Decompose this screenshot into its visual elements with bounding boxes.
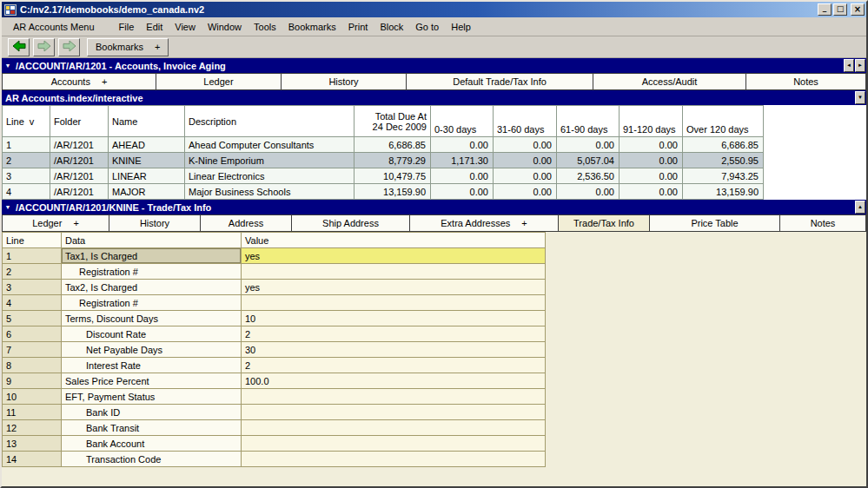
account-cell[interactable]: 1,171.30 — [431, 153, 494, 168]
col-line[interactable]: Linev — [3, 106, 50, 137]
menu-edit[interactable]: Edit — [140, 19, 169, 35]
col-description[interactable]: Description — [185, 106, 354, 137]
trade-value-cell[interactable] — [242, 264, 546, 280]
scroll-down-icon[interactable]: ▼ — [855, 91, 865, 104]
trade-data-cell[interactable]: Discount Rate — [62, 326, 242, 342]
trade-data-cell[interactable]: Registration # — [62, 295, 242, 311]
col-line[interactable]: Line — [3, 233, 62, 248]
menu-view[interactable]: View — [169, 19, 202, 35]
trade-data-cell[interactable]: Bank ID — [62, 405, 242, 420]
account-cell[interactable]: 0.00 — [557, 137, 620, 153]
trade-line-cell[interactable]: 11 — [3, 405, 62, 420]
account-cell[interactable]: 6,686.85 — [683, 137, 764, 153]
col-value[interactable]: Value — [242, 233, 546, 248]
tab-notes[interactable]: Notes — [746, 73, 866, 90]
account-cell[interactable]: 0.00 — [431, 137, 494, 153]
account-cell[interactable]: 1 — [3, 137, 50, 153]
titlebar[interactable]: C:/nv2.17/demobooks/demo_canada.nv2 _ □ … — [2, 2, 866, 17]
close-button[interactable]: × — [851, 3, 865, 16]
menu-window[interactable]: Window — [202, 19, 248, 35]
account-cell[interactable]: MAJOR — [109, 184, 185, 200]
trade-line-cell[interactable]: 14 — [3, 452, 62, 467]
trade-value-cell[interactable]: 2 — [242, 358, 546, 373]
tab-access-audit[interactable]: Access/Audit — [593, 73, 746, 90]
col-total-due[interactable]: Total Due At 24 Dec 2009 — [354, 106, 431, 137]
tab2-address[interactable]: Address — [201, 214, 292, 232]
forward-alt-button[interactable] — [58, 38, 80, 56]
tab2-trade-tax-info[interactable]: Trade/Tax Info — [559, 214, 650, 232]
account-cell[interactable]: 0.00 — [494, 184, 557, 200]
account-cell[interactable]: /AR/1201 — [50, 168, 109, 184]
account-cell[interactable]: 5,057.04 — [557, 153, 620, 168]
account-cell[interactable]: 0.00 — [557, 184, 620, 200]
tab2-notes[interactable]: Notes — [780, 214, 866, 232]
col-31-60[interactable]: 31-60 days — [494, 106, 557, 137]
trade-value-cell[interactable]: 10 — [242, 311, 546, 326]
account-cell[interactable]: /AR/1201 — [50, 153, 109, 168]
account-cell[interactable]: 0.00 — [494, 153, 557, 168]
account-cell[interactable]: 8,779.29 — [354, 153, 431, 168]
trade-value-cell[interactable] — [242, 405, 546, 420]
trade-data-cell[interactable]: Tax1, Is Charged — [62, 248, 242, 264]
trade-data-cell[interactable]: Interest Rate — [62, 358, 242, 373]
col-folder[interactable]: Folder — [50, 106, 109, 137]
trade-value-cell[interactable]: 2 — [242, 326, 546, 342]
trade-line-cell[interactable]: 13 — [3, 436, 62, 452]
trade-line-cell[interactable]: 12 — [3, 420, 62, 436]
trade-value-cell[interactable] — [242, 452, 546, 467]
account-cell[interactable]: 0.00 — [620, 168, 683, 184]
trade-line-cell[interactable]: 2 — [3, 264, 62, 280]
col-name[interactable]: Name — [109, 106, 185, 137]
account-cell[interactable]: 2,550.95 — [683, 153, 764, 168]
menu-go-to[interactable]: Go to — [409, 19, 445, 35]
account-cell[interactable]: K-Nine Emporium — [185, 153, 354, 168]
tab2-ship-address[interactable]: Ship Address — [292, 214, 410, 232]
account-cell[interactable]: 0.00 — [620, 184, 683, 200]
account-cell[interactable]: 7,943.25 — [683, 168, 764, 184]
account-cell[interactable]: 13,159.90 — [683, 184, 764, 200]
trade-data-cell[interactable]: Terms, Discount Days — [62, 311, 242, 326]
account-cell[interactable]: Ahead Computer Consultants — [185, 137, 354, 153]
tab2-history[interactable]: History — [109, 214, 201, 232]
account-cell[interactable]: 10,479.75 — [354, 168, 431, 184]
trade-line-cell[interactable]: 4 — [3, 295, 62, 311]
menu-tools[interactable]: Tools — [248, 19, 282, 35]
trade-line-cell[interactable]: 6 — [3, 326, 62, 342]
col-0-30[interactable]: 0-30 days — [431, 106, 494, 137]
scroll-left-icon[interactable]: ◄ — [844, 59, 854, 72]
account-cell[interactable]: 0.00 — [494, 168, 557, 184]
collapse-icon[interactable]: ▼ — [2, 58, 14, 73]
account-cell[interactable]: 0.00 — [494, 137, 557, 153]
menu-ar-accounts-menu[interactable]: AR Accounts Menu — [7, 19, 101, 35]
account-cell[interactable]: Major Business Schools — [185, 184, 354, 200]
account-cell[interactable]: 6,686.85 — [354, 137, 431, 153]
trade-data-cell[interactable]: Net Payable Days — [62, 342, 242, 358]
tab2-ledger[interactable]: Ledger + — [2, 214, 109, 232]
trade-value-cell[interactable]: yes — [242, 248, 546, 264]
back-button[interactable] — [8, 38, 30, 56]
bookmarks-button[interactable]: Bookmarks + — [87, 38, 169, 56]
account-cell[interactable]: /AR/1201 — [50, 137, 109, 153]
account-cell[interactable]: 4 — [3, 184, 50, 200]
account-cell[interactable]: LINEAR — [109, 168, 185, 184]
menu-print[interactable]: Print — [342, 19, 374, 35]
tab-accounts[interactable]: Accounts + — [2, 73, 156, 90]
minimize-button[interactable]: _ — [818, 3, 832, 16]
account-cell[interactable]: KNINE — [109, 153, 185, 168]
scroll-up-icon[interactable]: ▲ — [855, 201, 865, 214]
trade-value-cell[interactable]: 30 — [242, 342, 546, 358]
menu-bookmarks[interactable]: Bookmarks — [282, 19, 342, 35]
col-over-120[interactable]: Over 120 days — [683, 106, 764, 137]
tab-default-trade-tax-info[interactable]: Default Trade/Tax Info — [407, 73, 593, 90]
trade-line-cell[interactable]: 7 — [3, 342, 62, 358]
maximize-button[interactable]: □ — [833, 3, 847, 16]
trade-line-cell[interactable]: 10 — [3, 389, 62, 405]
menu-block[interactable]: Block — [374, 19, 409, 35]
trade-data-cell[interactable]: Sales Price Percent — [62, 373, 242, 389]
trade-value-cell[interactable] — [242, 420, 546, 436]
tab-history[interactable]: History — [282, 73, 407, 90]
trade-data-cell[interactable]: Bank Transit — [62, 420, 242, 436]
col-91-120[interactable]: 91-120 days — [620, 106, 683, 137]
collapse-icon[interactable]: ▼ — [2, 200, 14, 214]
scroll-right-icon[interactable]: ► — [855, 59, 865, 72]
